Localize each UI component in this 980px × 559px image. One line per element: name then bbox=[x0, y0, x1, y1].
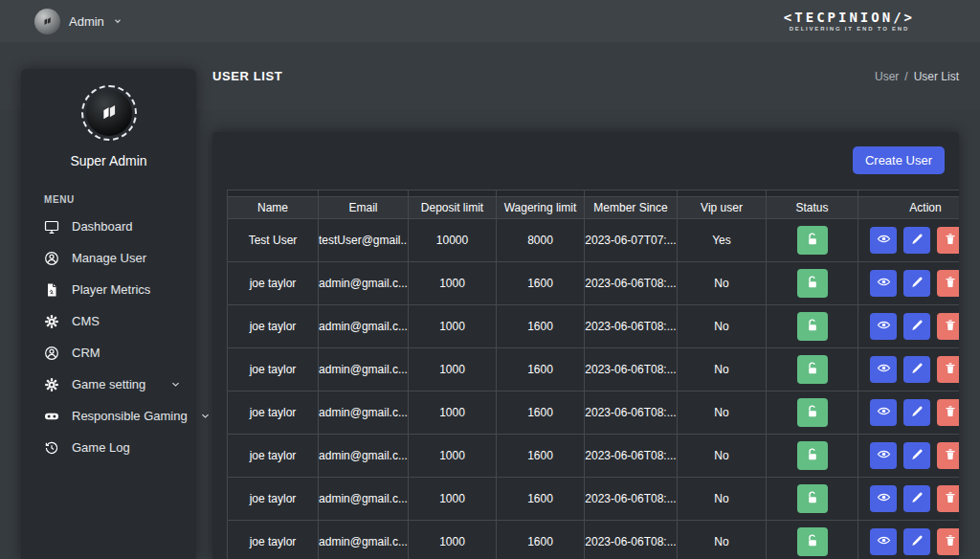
pencil-icon bbox=[910, 405, 924, 421]
cell-name: Test User bbox=[228, 219, 319, 262]
cell-status bbox=[767, 219, 858, 262]
edit-user-button[interactable] bbox=[903, 227, 930, 254]
unlock-status-button[interactable] bbox=[797, 484, 828, 513]
eye-icon bbox=[877, 533, 891, 550]
cell-member-since: 2023-06-06T08:... bbox=[585, 391, 678, 435]
history-icon bbox=[44, 440, 59, 456]
strip-cell bbox=[409, 190, 497, 197]
view-user-button[interactable] bbox=[870, 356, 897, 383]
view-user-button[interactable] bbox=[870, 270, 897, 297]
cell-email: admin@gmail.c... bbox=[319, 348, 409, 391]
edit-user-button[interactable] bbox=[903, 313, 930, 340]
delete-user-button[interactable] bbox=[937, 270, 959, 297]
cell-member-since: 2023-06-06T08:... bbox=[585, 262, 678, 305]
create-user-button[interactable]: Create User bbox=[853, 146, 945, 174]
trash-icon bbox=[944, 534, 957, 550]
edit-user-button[interactable] bbox=[903, 399, 930, 426]
cell-deposit-limit: 1000 bbox=[409, 305, 497, 348]
strip-cell bbox=[678, 190, 767, 197]
cell-email: admin@gmail.c... bbox=[319, 521, 409, 559]
cell-email: testUser@gmail... bbox=[319, 219, 409, 262]
admin-user-menu[interactable]: Admin bbox=[34, 9, 122, 34]
edit-user-button[interactable] bbox=[903, 528, 930, 555]
sidebar-item-game-setting[interactable]: Game setting bbox=[21, 369, 196, 400]
cell-wagering-limit: 1600 bbox=[497, 262, 585, 305]
cell-vip-user: No bbox=[678, 305, 767, 348]
person-icon bbox=[44, 346, 59, 361]
cell-vip-user: No bbox=[678, 262, 767, 305]
unlock-icon bbox=[805, 404, 820, 422]
page-title: USER LIST bbox=[212, 69, 282, 83]
edit-user-button[interactable] bbox=[903, 442, 930, 469]
cell-deposit-limit: 10000 bbox=[409, 219, 497, 262]
view-user-button[interactable] bbox=[870, 528, 897, 555]
breadcrumb-user-list[interactable]: User List bbox=[914, 70, 959, 83]
unlock-status-button[interactable] bbox=[797, 226, 828, 255]
top-bar: Admin <TECPINION/> DELIVERING IT END TO … bbox=[0, 0, 980, 42]
unlock-status-button[interactable] bbox=[797, 527, 828, 556]
unlock-status-button[interactable] bbox=[797, 312, 828, 341]
delete-user-button[interactable] bbox=[937, 356, 959, 383]
sidebar-item-game-log[interactable]: Game Log bbox=[21, 432, 196, 463]
edit-user-button[interactable] bbox=[903, 270, 930, 297]
unlock-status-button[interactable] bbox=[797, 355, 828, 384]
sidebar-item-responsible-gaming[interactable]: Responsible Gaming bbox=[21, 400, 196, 432]
cell-vip-user: No bbox=[678, 391, 767, 435]
view-user-button[interactable] bbox=[870, 442, 897, 469]
delete-user-button[interactable] bbox=[937, 399, 959, 426]
sidebar-item-label: Player Metrics bbox=[72, 282, 181, 297]
brand-logo-glyph bbox=[40, 14, 55, 29]
sidebar-item-crm[interactable]: CRM bbox=[21, 337, 196, 369]
cell-action bbox=[858, 305, 960, 348]
unlock-status-button[interactable] bbox=[797, 441, 828, 470]
table-row: joe tayloradmin@gmail.c...100016002023-0… bbox=[228, 478, 960, 521]
cell-wagering-limit: 1600 bbox=[497, 305, 585, 348]
sidebar-item-manage-user[interactable]: Manage User bbox=[21, 242, 196, 274]
delete-user-button[interactable] bbox=[937, 442, 959, 469]
cell-status bbox=[767, 262, 858, 305]
dashboard-icon bbox=[44, 219, 59, 235]
cell-wagering-limit: 1600 bbox=[497, 391, 585, 435]
sidebar-item-label: CMS bbox=[72, 314, 181, 328]
view-user-button[interactable] bbox=[870, 313, 897, 340]
view-user-button[interactable] bbox=[870, 227, 897, 254]
cell-email: admin@gmail.c... bbox=[319, 478, 409, 521]
breadcrumb-separator: / bbox=[904, 70, 907, 83]
strip-cell bbox=[497, 190, 585, 197]
column-header-email: Email bbox=[319, 197, 409, 219]
unlock-status-button[interactable] bbox=[797, 398, 828, 427]
sidebar-item-label: Manage User bbox=[72, 251, 181, 265]
cell-member-since: 2023-06-06T08:... bbox=[585, 478, 678, 521]
view-user-button[interactable] bbox=[870, 485, 897, 512]
sidebar-item-player-metrics[interactable]: Player Metrics bbox=[21, 274, 196, 305]
sidebar-item-cms[interactable]: CMS bbox=[21, 305, 196, 337]
file-icon bbox=[44, 282, 59, 298]
unlock-icon bbox=[805, 447, 820, 465]
cell-name: joe taylor bbox=[228, 478, 319, 521]
breadcrumb-user[interactable]: User bbox=[875, 70, 899, 83]
cell-wagering-limit: 8000 bbox=[497, 219, 585, 262]
delete-user-button[interactable] bbox=[937, 313, 959, 340]
cell-vip-user: Yes bbox=[678, 219, 767, 262]
trash-icon bbox=[944, 362, 957, 378]
table-row: joe tayloradmin@gmail.c...100016002023-0… bbox=[228, 391, 960, 435]
pencil-icon bbox=[910, 319, 924, 335]
cell-vip-user: No bbox=[678, 348, 767, 391]
delete-user-button[interactable] bbox=[937, 485, 959, 512]
cell-email: admin@gmail.c... bbox=[319, 262, 409, 305]
sidebar-item-dashboard[interactable]: Dashboard bbox=[21, 211, 196, 242]
edit-user-button[interactable] bbox=[903, 356, 930, 383]
trash-icon bbox=[944, 405, 957, 421]
delete-user-button[interactable] bbox=[937, 227, 959, 254]
delete-user-button[interactable] bbox=[937, 528, 959, 555]
view-user-button[interactable] bbox=[870, 399, 897, 426]
pencil-icon bbox=[910, 362, 924, 378]
edit-user-button[interactable] bbox=[903, 485, 930, 512]
person-icon bbox=[44, 251, 59, 266]
user-table-body: Test UsertestUser@gmail...1000080002023-… bbox=[228, 219, 960, 559]
cell-name: joe taylor bbox=[228, 435, 319, 478]
cell-name: joe taylor bbox=[228, 348, 319, 391]
profile-block: Super Admin bbox=[21, 69, 196, 168]
eye-icon bbox=[877, 447, 891, 464]
unlock-status-button[interactable] bbox=[797, 269, 828, 298]
